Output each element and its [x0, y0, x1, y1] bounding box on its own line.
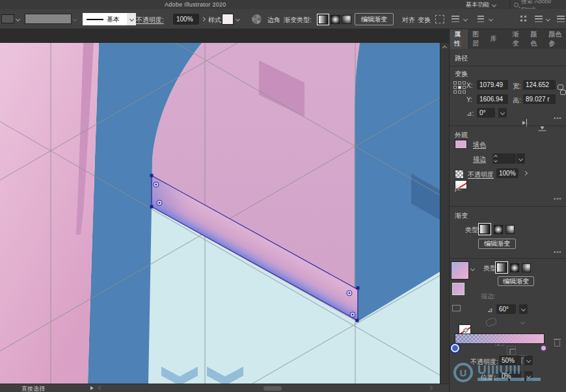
vertical-scrollbar[interactable] [440, 43, 449, 384]
fx-button[interactable]: fx. [455, 184, 462, 192]
document-setup-icon[interactable] [535, 16, 543, 22]
gradient-slider[interactable] [455, 333, 545, 344]
gradient-fill-proxy[interactable] [452, 283, 465, 295]
workspace-switcher[interactable]: 基本功能 [463, 1, 498, 8]
freeform-gradient-button[interactable] [342, 15, 351, 24]
appearance-opacity-link[interactable]: 不透明度 [468, 170, 494, 179]
stock-search-input[interactable]: 搜索 Adobe Stock [514, 1, 565, 8]
scroll-up-icon[interactable] [442, 46, 447, 50]
chevron-left-icon[interactable] [98, 385, 103, 390]
gradient-angle-input[interactable]: 60° [496, 304, 516, 314]
stroke-along-icon[interactable] [507, 346, 516, 355]
reverse-gradient-icon[interactable] [485, 317, 498, 328]
radial-gradient-button[interactable] [510, 263, 519, 272]
menu-icon[interactable] [557, 16, 565, 22]
width-label: 宽: [513, 82, 521, 91]
tab-gradient[interactable]: 渐变 [507, 29, 526, 49]
reference-point-icon[interactable] [453, 81, 466, 94]
radial-gradient-button[interactable] [330, 15, 340, 24]
opacity-checker-icon[interactable] [455, 170, 464, 179]
variable-width-profile[interactable] [25, 14, 72, 24]
linear-gradient-button[interactable] [496, 263, 507, 272]
transform-label[interactable]: 变换 [418, 16, 431, 25]
tab-layers[interactable]: 图层 [468, 29, 486, 49]
brush-definition[interactable]: 基本 [83, 13, 127, 25]
status-bar: 直接选择 [0, 384, 449, 392]
canvas[interactable] [0, 43, 440, 384]
search-icon [514, 3, 519, 7]
bounding-box-icon[interactable] [435, 15, 444, 23]
more-options-icon[interactable]: ••• [554, 116, 561, 120]
corner-label[interactable]: 边角 [267, 16, 280, 25]
freeform-gradient-button[interactable] [505, 225, 515, 234]
tab-properties[interactable]: 属性 [450, 29, 468, 49]
stop-opacity-label: 不透明度: [470, 358, 498, 367]
angle-label: ⊿: [466, 110, 474, 117]
stop-opacity-input[interactable]: 50% [499, 356, 521, 365]
linear-gradient-button[interactable] [318, 15, 328, 24]
isolate-selection-icon[interactable] [451, 16, 459, 22]
height-input[interactable]: 89.027 r [523, 94, 556, 104]
horizontal-scroll-thumb[interactable] [263, 386, 282, 391]
y-input[interactable]: 1606.94 [477, 94, 508, 104]
stop-position-dropdown[interactable] [524, 371, 533, 381]
x-input[interactable]: 1079.49 [477, 80, 508, 90]
rotation-input[interactable]: 0° [477, 108, 495, 118]
chevron-down-icon[interactable] [470, 267, 475, 271]
gradient-stop-right[interactable] [540, 345, 547, 352]
rotation-dropdown[interactable] [498, 108, 507, 118]
opacity-link[interactable]: 不透明度: [136, 16, 164, 25]
chevron-right-icon[interactable] [428, 385, 433, 390]
shaper-tool-icon[interactable] [478, 16, 484, 22]
chevron-right-icon[interactable] [201, 17, 206, 21]
edit-gradient-button[interactable]: 编辑渐变 [355, 13, 394, 25]
recolor-artwork-icon[interactable] [252, 14, 262, 24]
fill-swatch[interactable] [455, 140, 467, 149]
gradient-angle-dropdown[interactable] [519, 304, 528, 314]
current-tool-label[interactable]: 直接选择 [21, 385, 45, 392]
tab-color[interactable]: 颜色 [526, 29, 544, 49]
brush-dropdown[interactable] [127, 13, 136, 25]
stop-position-label: 位置: [481, 373, 496, 382]
edit-gradient-button[interactable]: 编辑渐变 [478, 239, 516, 249]
stroke-weight-dropdown[interactable] [516, 153, 525, 164]
edit-gradient-button[interactable]: 编辑渐变 [498, 276, 534, 286]
more-options-icon[interactable]: ••• [554, 197, 561, 201]
freeform-gradient-button[interactable] [522, 263, 531, 272]
graphic-style-swatch[interactable] [222, 14, 234, 25]
tab-libraries[interactable]: 库 [486, 29, 502, 49]
stop-opacity-dropdown[interactable] [524, 356, 533, 365]
chevron-right-icon[interactable] [523, 171, 528, 176]
path-section-title: 路径 [455, 54, 468, 63]
stop-position-input[interactable]: 0% [499, 371, 521, 381]
fill-link[interactable]: 填色 [473, 140, 486, 150]
play-icon[interactable] [90, 386, 94, 390]
stroke-link[interactable]: 描边 [473, 155, 486, 164]
chevron-down-icon[interactable] [546, 17, 550, 21]
arrange-documents-icon[interactable] [520, 16, 526, 21]
gradient-stop-left[interactable] [451, 344, 459, 352]
gradient-thumbnail[interactable] [451, 261, 469, 280]
appearance-opacity-input[interactable]: 100% [496, 168, 519, 178]
radial-gradient-button[interactable] [494, 225, 503, 234]
swap-fill-stroke-icon[interactable] [452, 305, 461, 311]
linear-gradient-button[interactable] [479, 224, 490, 234]
flip-vertical-icon[interactable] [539, 127, 546, 135]
tab-color-guide[interactable]: 颜色参 [544, 29, 566, 49]
y-label: Y: [466, 96, 472, 103]
gradient-section-title: 渐变 [455, 211, 468, 220]
chevron-down-icon[interactable] [489, 17, 493, 21]
fill-color-swatch[interactable] [1, 14, 14, 23]
align-label[interactable]: 对齐 [402, 16, 415, 25]
stroke-weight-stepper[interactable] [492, 153, 516, 164]
chevron-down-icon[interactable] [16, 17, 20, 21]
stroke-preview-line [87, 19, 103, 20]
chevron-down-icon[interactable] [73, 17, 77, 21]
panel-tabs: 属性 图层 库 渐变 颜色 颜色参 [450, 29, 566, 49]
unlink-dimensions-icon[interactable] [558, 84, 565, 94]
more-options-icon[interactable]: ••• [554, 250, 561, 254]
chevron-down-icon[interactable] [236, 17, 240, 21]
opacity-input[interactable]: 100% [173, 14, 199, 25]
width-input[interactable]: 124.652 [523, 80, 556, 90]
chevron-down-icon[interactable] [463, 17, 468, 21]
